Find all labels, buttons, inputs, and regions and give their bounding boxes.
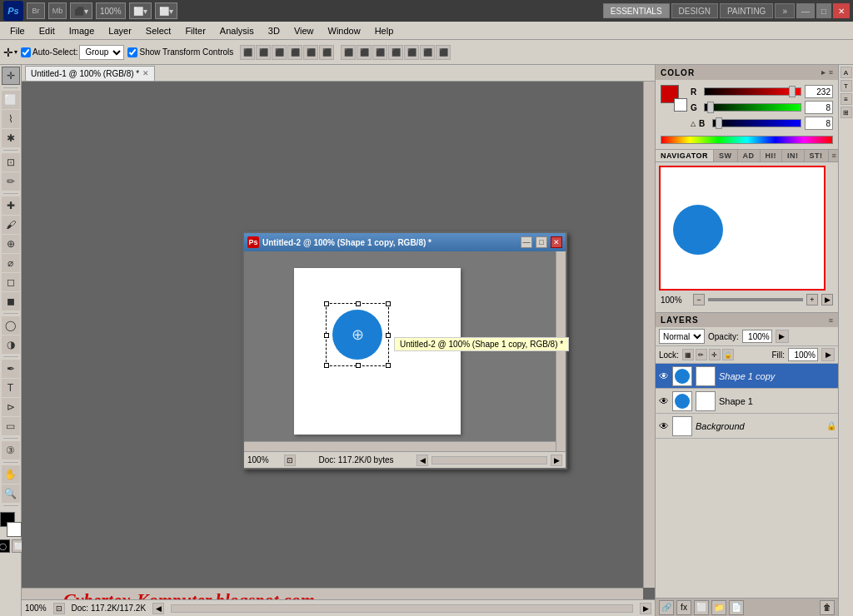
nav-zoom-plus[interactable]: + bbox=[806, 294, 818, 306]
lock-all-icon[interactable]: 🔒 bbox=[722, 349, 734, 360]
color-selector[interactable] bbox=[0, 512, 22, 537]
tool-pen[interactable]: ✒ bbox=[2, 360, 20, 378]
mb-icon[interactable]: Mb bbox=[48, 2, 67, 19]
tool-dodge[interactable]: ◑ bbox=[2, 335, 20, 354]
menu-layer[interactable]: Layer bbox=[102, 24, 138, 37]
layer-vis-shape1copy[interactable]: 👁 bbox=[657, 370, 671, 383]
opacity-arrow[interactable]: ▶ bbox=[776, 330, 789, 343]
tool-gradient[interactable]: ◼ bbox=[2, 292, 20, 310]
align-right-icon[interactable]: ⬛ bbox=[272, 45, 287, 60]
tool-history-brush[interactable]: ⌀ bbox=[2, 254, 20, 272]
menu-3d[interactable]: 3D bbox=[262, 24, 287, 37]
main-zoom-icon[interactable]: ⊡ bbox=[53, 603, 65, 614]
color-spectrum-bar[interactable] bbox=[661, 136, 833, 144]
red-value[interactable]: 232 bbox=[805, 85, 833, 98]
background-color[interactable] bbox=[7, 522, 22, 537]
menu-view[interactable]: View bbox=[287, 24, 321, 37]
menu-file[interactable]: File bbox=[3, 24, 32, 37]
tool-shape[interactable]: ▭ bbox=[2, 417, 20, 435]
layout-dropdown[interactable]: ⬛▾ bbox=[70, 2, 92, 19]
tab-hi[interactable]: HI! bbox=[761, 150, 783, 161]
handle-middle-right[interactable] bbox=[386, 333, 391, 338]
layer-row-background[interactable]: 👁 Background 🔒 bbox=[656, 414, 838, 439]
color-panel-collapse[interactable]: ▸ bbox=[821, 68, 826, 77]
layers-panel-menu[interactable]: ≡ bbox=[829, 316, 833, 325]
blue-slider-thumb[interactable] bbox=[716, 117, 722, 129]
far-right-btn-3[interactable]: ≡ bbox=[841, 93, 852, 105]
workspace-more[interactable]: » bbox=[775, 3, 795, 18]
handle-top-center[interactable] bbox=[356, 301, 361, 306]
shape-layer-selected[interactable]: ⊕ bbox=[326, 303, 389, 366]
align-left-icon[interactable]: ⬛ bbox=[240, 45, 255, 60]
bg-swatch[interactable] bbox=[674, 98, 687, 112]
handle-top-right[interactable] bbox=[386, 301, 391, 306]
align-bottom-icon[interactable]: ⬛ bbox=[319, 45, 334, 60]
menu-analysis[interactable]: Analysis bbox=[213, 24, 261, 37]
float-close[interactable]: ✕ bbox=[551, 236, 562, 248]
blend-mode-select[interactable]: Normal bbox=[659, 329, 705, 344]
handle-top-left[interactable] bbox=[324, 301, 329, 306]
layer-vis-shape1[interactable]: 👁 bbox=[657, 395, 671, 408]
delete-layer-btn[interactable]: 🗑 bbox=[820, 600, 835, 615]
float-vscroll[interactable] bbox=[556, 251, 566, 451]
tool-lasso[interactable]: ⌇ bbox=[2, 110, 20, 128]
tool-marquee[interactable]: ⬜ bbox=[2, 91, 20, 109]
dist-right-icon[interactable]: ⬛ bbox=[372, 45, 387, 60]
blue-slider[interactable] bbox=[712, 119, 801, 127]
tool-clone[interactable]: ⊕ bbox=[2, 235, 20, 253]
far-right-btn-1[interactable]: A bbox=[841, 67, 852, 78]
tool-eraser[interactable]: ◻ bbox=[2, 273, 20, 291]
handle-bottom-right[interactable] bbox=[386, 363, 391, 368]
layer-row-shape1copy[interactable]: 👁 Shape 1 copy bbox=[656, 364, 838, 389]
tool-hand[interactable]: ✋ bbox=[2, 465, 20, 484]
float-minimize[interactable]: — bbox=[521, 236, 532, 248]
green-slider[interactable] bbox=[704, 103, 801, 112]
link-layers-btn[interactable]: 🔗 bbox=[659, 600, 674, 615]
far-right-btn-4[interactable]: ⊞ bbox=[841, 107, 852, 118]
menu-help[interactable]: Help bbox=[368, 24, 401, 37]
zoom-icon[interactable]: ⊡ bbox=[284, 455, 296, 466]
float-maximize[interactable]: □ bbox=[536, 236, 547, 248]
dist-top-icon[interactable]: ⬛ bbox=[388, 45, 403, 60]
menu-select[interactable]: Select bbox=[139, 24, 178, 37]
tab-sw[interactable]: SW bbox=[714, 150, 738, 161]
float-hscroll-bar[interactable] bbox=[431, 456, 547, 464]
tab-st[interactable]: ST! bbox=[805, 150, 829, 161]
fill-arrow[interactable]: ▶ bbox=[821, 348, 835, 361]
add-mask-btn[interactable]: ⬜ bbox=[694, 600, 709, 615]
doc-tab-close[interactable]: ✕ bbox=[142, 69, 149, 77]
dist-left-icon[interactable]: ⬛ bbox=[341, 45, 356, 60]
main-hscroll[interactable] bbox=[171, 604, 633, 613]
scroll-prev[interactable]: ◀ bbox=[417, 455, 428, 466]
dist-bottom-icon[interactable]: ⬛ bbox=[420, 45, 435, 60]
red-slider-thumb[interactable] bbox=[789, 86, 796, 97]
arrange-icon[interactable]: ⬛ bbox=[436, 45, 451, 60]
handle-bottom-left[interactable] bbox=[324, 363, 329, 368]
color-panel-menu[interactable]: ≡ bbox=[829, 68, 833, 77]
menu-filter[interactable]: Filter bbox=[178, 24, 212, 37]
tool-type[interactable]: T bbox=[2, 379, 20, 397]
show-transform-checkbox[interactable] bbox=[127, 47, 137, 57]
vertical-scrollbar[interactable] bbox=[643, 82, 655, 588]
float-titlebar[interactable]: Ps Untitled-2 @ 100% (Shape 1 copy, RGB/… bbox=[244, 233, 566, 251]
tab-navigator[interactable]: NAVIGATOR bbox=[656, 150, 714, 161]
tool-zoom[interactable]: 🔍 bbox=[2, 484, 20, 503]
workspace-essentials[interactable]: ESSENTIALS bbox=[603, 3, 670, 18]
tool-brush[interactable]: 🖌 bbox=[2, 216, 20, 234]
auto-select-checkbox[interactable] bbox=[21, 47, 31, 57]
auto-select-dropdown[interactable]: Group Layer bbox=[79, 45, 124, 60]
lock-position-icon[interactable]: ✛ bbox=[709, 349, 721, 360]
lock-pixels-icon[interactable]: ✏ bbox=[696, 349, 707, 360]
layer-effects-btn[interactable]: fx bbox=[676, 600, 691, 615]
tool-move[interactable]: ✛ bbox=[2, 67, 20, 85]
menu-window[interactable]: Window bbox=[322, 24, 367, 37]
new-group-btn[interactable]: 📁 bbox=[711, 600, 726, 615]
align-top-icon[interactable]: ⬛ bbox=[287, 45, 302, 60]
tool-quick-select[interactable]: ✱ bbox=[2, 129, 20, 147]
lock-transparent-icon[interactable]: ▦ bbox=[682, 349, 694, 360]
align-middle-icon[interactable]: ⬛ bbox=[303, 45, 318, 60]
green-slider-thumb[interactable] bbox=[707, 102, 714, 113]
doc-tab-main[interactable]: Untitled-1 @ 100% (RGB/8) * ✕ bbox=[25, 66, 155, 81]
scroll-next[interactable]: ▶ bbox=[551, 455, 562, 466]
layer-row-shape1[interactable]: 👁 Shape 1 bbox=[656, 389, 838, 414]
